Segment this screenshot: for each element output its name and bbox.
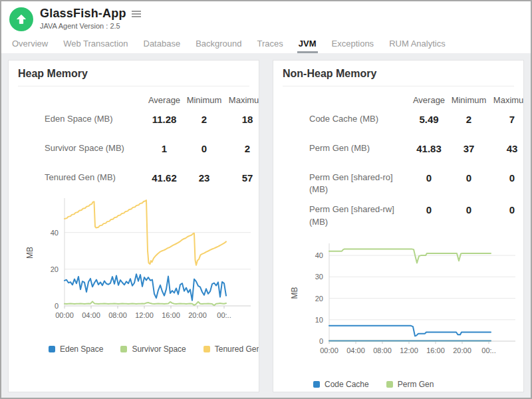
column-header-maximum: Maximum bbox=[489, 95, 523, 105]
column-header-average: Average bbox=[409, 95, 449, 105]
panel-title: Non-Heap Memory bbox=[283, 68, 514, 80]
legend-item-tenured-gen[interactable]: Tenured Gen bbox=[203, 344, 259, 354]
tab-background[interactable]: Background bbox=[194, 39, 243, 53]
value-maximum: 7 bbox=[489, 113, 523, 126]
y-tick-label: 0 bbox=[55, 302, 59, 310]
series-line-perm-gen bbox=[329, 249, 491, 263]
app-title: GlassFish-App bbox=[40, 7, 126, 21]
column-header-average: Average bbox=[144, 95, 184, 105]
y-tick-label: 30 bbox=[315, 273, 323, 281]
tab-exceptions[interactable]: Exceptions bbox=[331, 39, 376, 53]
menu-icon[interactable] bbox=[130, 9, 142, 19]
tab-bar: OverviewWeb TransactionDatabaseBackgroun… bbox=[1, 33, 531, 53]
table-row-perm-gen-mb: Perm Gen (MB)41.833743 bbox=[309, 134, 523, 164]
legend-swatch bbox=[386, 381, 393, 388]
table-row-code-cache-mb: Code Cache (MB)5.4927 bbox=[309, 105, 523, 134]
tab-web-transaction[interactable]: Web Transaction bbox=[62, 39, 129, 53]
x-tick-label: 04:00 bbox=[82, 311, 100, 319]
legend-item-survivor-space[interactable]: Survivor Space bbox=[120, 344, 186, 354]
tab-rum-analytics[interactable]: RUM Analytics bbox=[388, 39, 447, 53]
value-maximum: 57 bbox=[224, 172, 259, 185]
x-tick-label: 00:.. bbox=[217, 311, 231, 319]
legend-row: Eden SpaceSurvivor SpaceTenured Gen bbox=[49, 344, 259, 354]
column-header-maximum: Maximum bbox=[224, 95, 259, 105]
y-tick-label: 20 bbox=[51, 265, 59, 273]
row-label: Perm Gen (MB) bbox=[309, 142, 409, 154]
legend-row: Code CachePerm Gen bbox=[313, 380, 523, 389]
x-tick-label: 12:00 bbox=[400, 346, 418, 354]
value-average: 0 bbox=[409, 203, 449, 217]
series-line-code-cache bbox=[329, 326, 491, 336]
value-maximum: 18 bbox=[224, 113, 259, 126]
table-row-perm-gen-shared-rw-mb: Perm Gen [shared-rw] (MB)000 bbox=[309, 196, 523, 227]
row-label: Survivor Space (MB) bbox=[45, 142, 144, 154]
x-tick-label: 00:.. bbox=[481, 346, 495, 354]
legend-label: Tenured Gen bbox=[215, 344, 259, 354]
x-tick-label: 00:00 bbox=[320, 346, 338, 354]
x-tick-label: 00:00 bbox=[55, 311, 74, 319]
x-tick-label: 16:00 bbox=[426, 346, 445, 354]
value-minimum: 2 bbox=[184, 113, 224, 126]
value-average: 0 bbox=[409, 172, 449, 185]
value-minimum: 37 bbox=[449, 142, 489, 156]
table-row-perm-gen-shared-ro-mb: Perm Gen [shared-ro] (MB)000 bbox=[309, 164, 523, 196]
legend-item-eden-space[interactable]: Eden Space bbox=[49, 344, 103, 354]
stats-table: AverageMinimumMaximumCode Cache (MB)5.49… bbox=[309, 86, 523, 228]
content-area: Heap Memory AverageMinimumMaximumEden Sp… bbox=[1, 53, 531, 398]
x-tick-label: 16:00 bbox=[162, 311, 180, 319]
x-tick-label: 20:00 bbox=[453, 346, 471, 354]
row-label: Perm Gen [shared-rw] (MB) bbox=[309, 203, 409, 227]
x-tick-label: 12:00 bbox=[135, 311, 154, 319]
y-axis-title: MB bbox=[290, 287, 299, 299]
app-header: GlassFish-App JAVA Agent Version : 2.5 bbox=[1, 1, 531, 33]
tab-jvm[interactable]: JVM bbox=[297, 39, 318, 53]
value-minimum: 0 bbox=[449, 203, 489, 217]
legend-swatch bbox=[120, 346, 127, 352]
legend-swatch bbox=[49, 346, 55, 352]
tab-overview[interactable]: Overview bbox=[11, 39, 49, 53]
y-tick-label: 0 bbox=[319, 337, 323, 345]
value-maximum: 43 bbox=[489, 142, 523, 156]
line-chart: 0204000:0004:0008:0012:0016:0020:0000:..… bbox=[11, 194, 256, 325]
row-label: Eden Space (MB) bbox=[45, 113, 144, 125]
y-tick-label: 20 bbox=[315, 294, 323, 302]
row-label: Code Cache (MB) bbox=[309, 113, 409, 125]
panel-non-heap-memory: Non-Heap Memory AverageMinimumMaximumCod… bbox=[273, 60, 524, 392]
app-window: GlassFish-App JAVA Agent Version : 2.5 O… bbox=[0, 0, 532, 399]
title-block: GlassFish-App JAVA Agent Version : 2.5 bbox=[40, 7, 142, 30]
legend-label: Eden Space bbox=[60, 344, 103, 354]
column-header-minimum: Minimum bbox=[449, 95, 489, 105]
legend-label: Perm Gen bbox=[398, 380, 434, 389]
table-header-row: AverageMinimumMaximum bbox=[309, 95, 523, 105]
table-header-row: AverageMinimumMaximum bbox=[45, 95, 259, 105]
x-tick-label: 20:00 bbox=[188, 311, 207, 319]
line-chart: 01020304000:0004:0008:0012:0016:0020:000… bbox=[276, 229, 521, 360]
value-maximum: 0 bbox=[489, 172, 523, 185]
tab-database[interactable]: Database bbox=[142, 39, 182, 53]
table-row-eden-space-mb: Eden Space (MB)11.28218 bbox=[45, 105, 259, 134]
legend-item-code-cache[interactable]: Code Cache bbox=[313, 380, 369, 389]
y-tick-label: 40 bbox=[315, 251, 323, 259]
row-label: Perm Gen [shared-ro] (MB) bbox=[309, 172, 409, 196]
series-line-survivor-space bbox=[65, 301, 226, 305]
tab-traces[interactable]: Traces bbox=[256, 39, 285, 53]
stats-table: AverageMinimumMaximumEden Space (MB)11.2… bbox=[45, 86, 259, 193]
value-average: 5.49 bbox=[409, 113, 449, 126]
value-minimum: 2 bbox=[449, 113, 489, 126]
panel-heap-memory: Heap Memory AverageMinimumMaximumEden Sp… bbox=[8, 60, 259, 392]
value-average: 41.83 bbox=[409, 142, 449, 156]
value-average: 1 bbox=[144, 142, 184, 156]
x-tick-label: 04:00 bbox=[346, 346, 365, 354]
value-average: 11.28 bbox=[144, 113, 184, 126]
value-maximum: 0 bbox=[489, 203, 523, 217]
x-tick-label: 08:00 bbox=[108, 311, 127, 319]
legend-label: Survivor Space bbox=[132, 344, 186, 354]
legend-label: Code Cache bbox=[325, 380, 369, 389]
value-maximum: 2 bbox=[224, 142, 259, 156]
table-row-survivor-space-mb: Survivor Space (MB)102 bbox=[45, 134, 259, 164]
chart-legend: Eden SpaceSurvivor SpaceTenured Gen bbox=[49, 344, 259, 354]
agent-version-label: JAVA Agent Version : 2.5 bbox=[40, 22, 142, 30]
chart-legend: Code CachePerm GenPerm Gen [shared-ro]Pe… bbox=[313, 380, 523, 392]
y-tick-label: 10 bbox=[315, 316, 323, 324]
legend-item-perm-gen[interactable]: Perm Gen bbox=[386, 380, 434, 389]
